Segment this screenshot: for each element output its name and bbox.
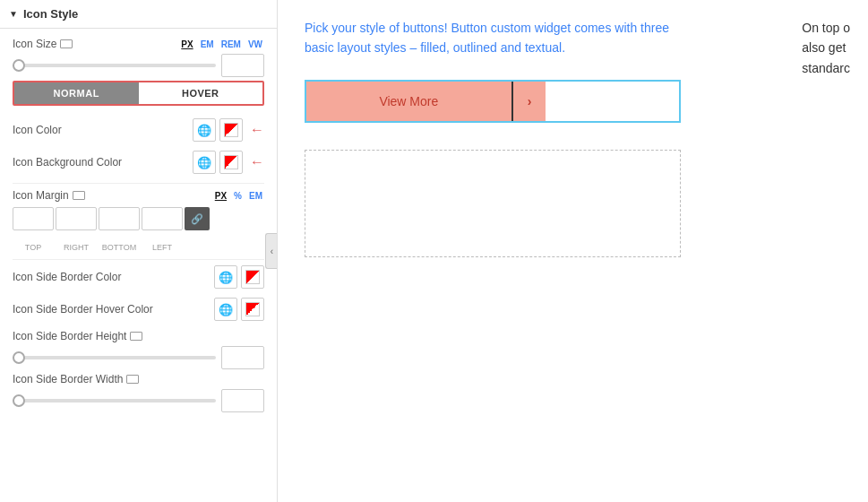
icon-margin-units: PX % EM bbox=[213, 190, 264, 202]
icon-color-swatch-btn[interactable] bbox=[219, 118, 243, 142]
chevron-icon: ▼ bbox=[9, 9, 18, 19]
icon-side-border-color-row: Icon Side Border Color 🌐 bbox=[13, 265, 264, 289]
icon-color-label: Icon Color bbox=[13, 124, 62, 136]
preview-text-highlight: Pick your style of buttons! Button custo… bbox=[305, 21, 669, 55]
section-title: Icon Style bbox=[23, 7, 78, 21]
divider-2 bbox=[13, 259, 264, 260]
icon-bg-arrow: ← bbox=[250, 154, 264, 170]
margin-left-input[interactable] bbox=[142, 207, 183, 230]
margin-labels: TOP RIGHT BOTTOM LEFT bbox=[13, 243, 264, 252]
icon-size-slider-row bbox=[13, 54, 264, 77]
icon-size-label-row: Icon Size bbox=[13, 38, 73, 50]
margin-link-btn[interactable]: 🔗 bbox=[185, 207, 210, 230]
icon-size-header: Icon Size PX EM REM VW bbox=[13, 38, 264, 50]
view-more-button[interactable]: View More bbox=[306, 82, 511, 121]
right-text-line1: On top o bbox=[802, 18, 850, 38]
margin-right-label: RIGHT bbox=[56, 243, 97, 252]
margin-left-label: LEFT bbox=[142, 243, 183, 252]
side-border-swatch-btn[interactable] bbox=[241, 265, 264, 289]
side-border-hover-globe-btn[interactable]: 🌐 bbox=[214, 298, 237, 321]
button-preview-widget: View More › bbox=[305, 80, 681, 123]
margin-top-input[interactable] bbox=[13, 207, 54, 230]
right-panel: Pick your style of buttons! Button custo… bbox=[278, 0, 868, 502]
border-width-input[interactable] bbox=[221, 389, 264, 412]
margin-unit-percent[interactable]: % bbox=[232, 190, 244, 202]
icon-side-border-width-label: Icon Side Border Width bbox=[13, 373, 123, 385]
normal-btn[interactable]: NORMAL bbox=[14, 82, 139, 104]
icon-color-arrow: ← bbox=[250, 122, 264, 138]
border-height-slider-row bbox=[13, 346, 264, 369]
icon-side-border-width-header: Icon Side Border Width bbox=[13, 373, 264, 385]
icon-color-controls: 🌐 ← bbox=[193, 118, 264, 142]
icon-side-border-height-header: Icon Side Border Height bbox=[13, 330, 264, 342]
icon-side-border-width-label-row: Icon Side Border Width bbox=[13, 373, 139, 385]
icon-side-border-hover-color-label: Icon Side Border Hover Color bbox=[13, 303, 153, 316]
section-header[interactable]: ▼ Icon Style bbox=[0, 0, 277, 29]
icon-side-border-color-label: Icon Side Border Color bbox=[13, 271, 121, 283]
icon-bg-globe-btn[interactable]: 🌐 bbox=[193, 151, 216, 174]
unit-em[interactable]: EM bbox=[199, 39, 216, 50]
margin-unit-px[interactable]: PX bbox=[213, 190, 228, 202]
margin-unit-em[interactable]: EM bbox=[247, 190, 264, 202]
unit-rem[interactable]: REM bbox=[219, 39, 243, 50]
icon-margin-header: Icon Margin PX % EM bbox=[13, 189, 264, 202]
icon-size-label: Icon Size bbox=[13, 38, 56, 50]
hover-btn[interactable]: HOVER bbox=[139, 82, 263, 104]
icon-size-units: PX EM REM VW bbox=[179, 39, 264, 50]
border-height-input[interactable] bbox=[221, 346, 264, 369]
icon-margin-monitor-icon bbox=[73, 191, 85, 200]
normal-hover-toggle: NORMAL HOVER bbox=[13, 81, 264, 106]
icon-margin-label: Icon Margin bbox=[13, 189, 69, 202]
margin-bottom-input[interactable] bbox=[99, 207, 140, 230]
border-height-slider[interactable] bbox=[13, 356, 216, 359]
icon-side-border-hover-color-row: Icon Side Border Hover Color 🌐 bbox=[13, 298, 264, 321]
icon-side-border-hover-color-controls: 🌐 bbox=[214, 298, 264, 321]
icon-size-slider[interactable] bbox=[13, 64, 216, 67]
margin-top-label: TOP bbox=[13, 243, 54, 252]
icon-side-border-height-label: Icon Side Border Height bbox=[13, 330, 126, 342]
icon-size-input[interactable] bbox=[221, 54, 264, 77]
icon-bg-color-row: Icon Background Color 🌐 ← bbox=[13, 151, 264, 174]
icon-side-border-height-label-row: Icon Side Border Height bbox=[13, 330, 142, 342]
side-border-hover-swatch-btn[interactable] bbox=[241, 298, 264, 321]
icon-margin-inputs: 🔗 bbox=[13, 207, 264, 230]
divider-1 bbox=[13, 183, 264, 184]
icon-side-border-color-controls: 🌐 bbox=[214, 265, 264, 289]
side-border-globe-btn[interactable]: 🌐 bbox=[214, 265, 237, 289]
right-text-line2: also get bbox=[802, 38, 850, 57]
preview-text: Pick your style of buttons! Button custo… bbox=[305, 18, 681, 58]
border-width-monitor-icon bbox=[126, 375, 139, 384]
unit-px[interactable]: PX bbox=[179, 39, 194, 50]
icon-color-row: Icon Color 🌐 ← bbox=[13, 118, 264, 142]
margin-right-input[interactable] bbox=[56, 207, 97, 230]
border-width-slider[interactable] bbox=[13, 399, 216, 402]
margin-bottom-label: BOTTOM bbox=[99, 243, 140, 252]
left-panel: ▼ Icon Style Icon Size PX EM REM VW NORM… bbox=[0, 0, 278, 502]
right-side-text: On top o also get standarc bbox=[802, 18, 850, 78]
panel-body: Icon Size PX EM REM VW NORMAL HOVER Icon… bbox=[0, 29, 277, 425]
icon-color-globe-btn[interactable]: 🌐 bbox=[193, 118, 216, 142]
button-spacer bbox=[546, 82, 679, 121]
icon-bg-color-controls: 🌐 ← bbox=[193, 151, 264, 174]
icon-margin-label-row: Icon Margin bbox=[13, 189, 85, 202]
collapse-icon: ‹ bbox=[271, 247, 273, 256]
border-height-monitor-icon bbox=[130, 332, 142, 341]
border-width-slider-row bbox=[13, 389, 264, 412]
collapse-handle[interactable]: ‹ bbox=[265, 233, 278, 269]
monitor-icon bbox=[60, 39, 73, 48]
unit-vw[interactable]: VW bbox=[246, 39, 264, 50]
right-text-line3: standarc bbox=[802, 58, 850, 78]
dashed-empty-widget bbox=[305, 150, 681, 257]
icon-bg-color-label: Icon Background Color bbox=[13, 156, 122, 169]
icon-bg-swatch-btn[interactable] bbox=[219, 151, 243, 174]
arrow-button[interactable]: › bbox=[511, 82, 546, 121]
